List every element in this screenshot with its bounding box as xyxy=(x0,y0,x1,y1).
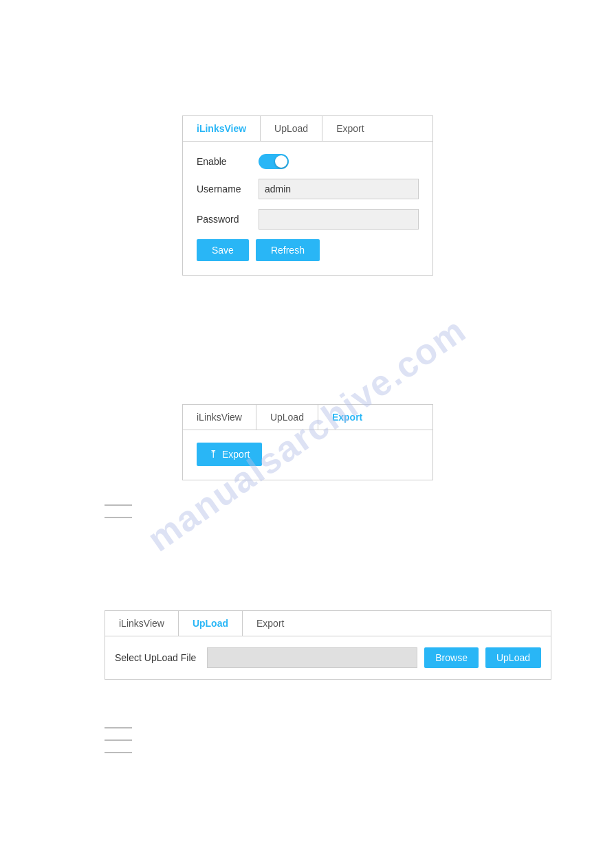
upload-button[interactable]: UpLoad xyxy=(485,647,541,668)
tab-upload-2[interactable]: UpLoad xyxy=(256,405,318,430)
line-5 xyxy=(105,752,132,753)
username-input[interactable] xyxy=(259,179,419,199)
line-2 xyxy=(105,517,132,518)
tab-row-1: iLinksView UpLoad Export xyxy=(183,116,432,142)
tab-upload-3[interactable]: UpLoad xyxy=(179,611,243,636)
enable-label: Enable xyxy=(197,156,259,167)
username-label: Username xyxy=(197,183,259,194)
tab-ilinksview-3[interactable]: iLinksView xyxy=(105,611,179,636)
line-3 xyxy=(105,727,132,728)
tab-export-2[interactable]: Export xyxy=(318,405,376,430)
enable-toggle[interactable] xyxy=(259,154,289,169)
refresh-button[interactable]: Refresh xyxy=(256,239,320,261)
line-1 xyxy=(105,504,132,506)
save-button[interactable]: Save xyxy=(197,239,249,261)
toggle-switch[interactable] xyxy=(259,154,289,169)
password-row: Password xyxy=(197,209,419,230)
panel-export: iLinksView UpLoad Export ⤒ Export xyxy=(182,404,433,480)
password-label: Password xyxy=(197,214,259,225)
upload-row: Select UpLoad File Browse UpLoad xyxy=(105,636,551,679)
tab-upload-1[interactable]: UpLoad xyxy=(261,116,322,141)
export-button[interactable]: ⤒ Export xyxy=(197,443,262,466)
username-row: Username xyxy=(197,179,419,199)
toggle-thumb xyxy=(275,155,287,168)
enable-row: Enable xyxy=(197,154,419,169)
panel-upload: iLinksView UpLoad Export Select UpLoad F… xyxy=(105,610,551,680)
export-icon: ⤒ xyxy=(209,448,218,460)
card-export: iLinksView UpLoad Export ⤒ Export xyxy=(182,404,433,480)
tab-row-3: iLinksView UpLoad Export xyxy=(105,611,551,636)
password-input[interactable] xyxy=(259,209,419,230)
tab-ilinksview-1[interactable]: iLinksView xyxy=(183,116,261,141)
upload-file-input[interactable] xyxy=(207,647,417,668)
card-upload: iLinksView UpLoad Export Select UpLoad F… xyxy=(105,610,551,680)
line-4 xyxy=(105,739,132,741)
browse-button[interactable]: Browse xyxy=(424,647,479,668)
page: manualsarchive.com iLinksView UpLoad Exp… xyxy=(0,0,614,868)
panel-body-1: Enable Username Password xyxy=(183,142,432,275)
tab-row-2: iLinksView UpLoad Export xyxy=(183,405,432,430)
panel-body-2: ⤒ Export xyxy=(183,430,432,480)
tab-ilinksview-2[interactable]: iLinksView xyxy=(183,405,256,430)
tab-export-3[interactable]: Export xyxy=(243,611,298,636)
panel-ilinksview: iLinksView UpLoad Export Enable xyxy=(182,115,433,276)
button-row-1: Save Refresh xyxy=(197,239,419,261)
card-ilinksview: iLinksView UpLoad Export Enable xyxy=(182,115,433,276)
tab-export-1[interactable]: Export xyxy=(322,116,377,141)
select-upload-label: Select UpLoad File xyxy=(115,652,196,663)
